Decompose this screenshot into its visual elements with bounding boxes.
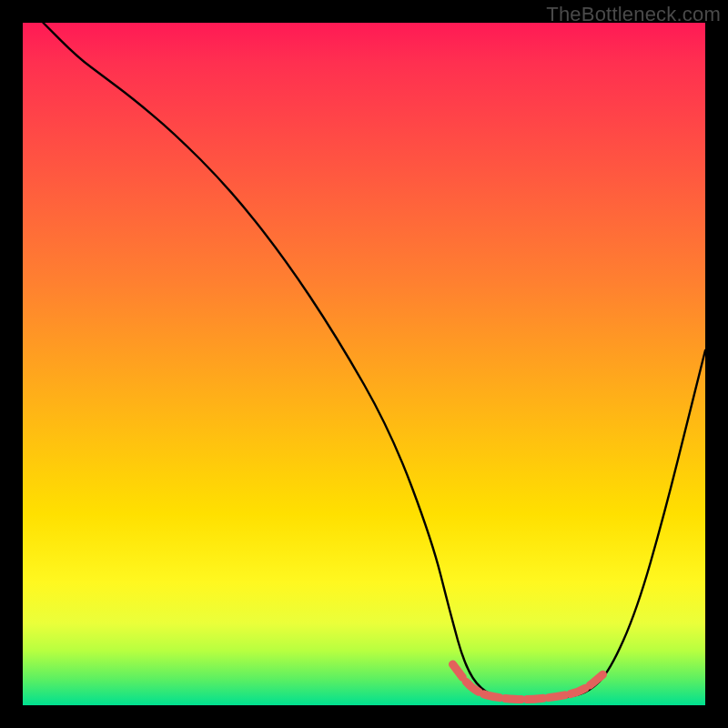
watermark-text: TheBottleneck.com (546, 3, 721, 26)
curve-overlay (23, 23, 705, 705)
bottleneck-curve (44, 23, 706, 700)
chart-frame: TheBottleneck.com (0, 0, 728, 728)
